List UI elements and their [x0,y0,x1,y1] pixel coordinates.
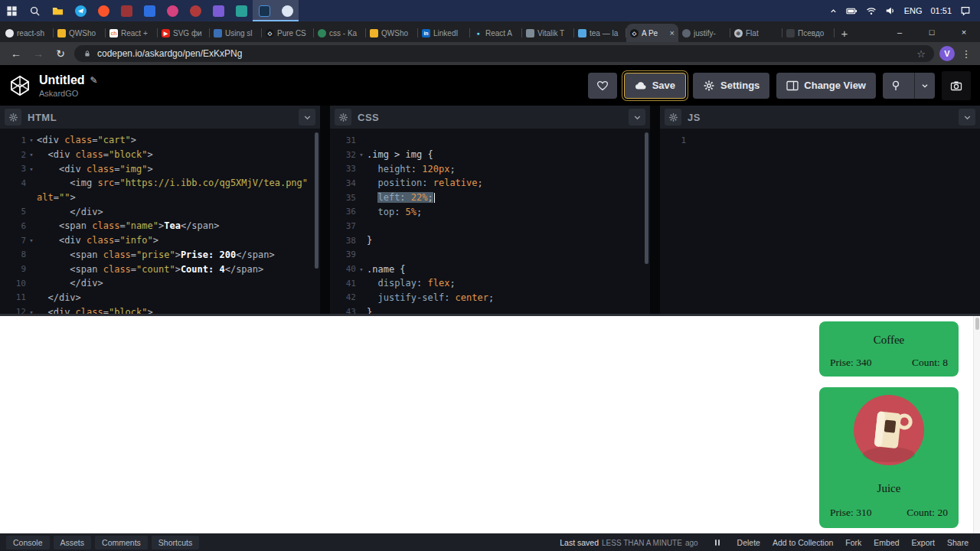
footer-button-console[interactable]: Console [6,536,50,549]
js-code-area[interactable]: 1 [660,129,980,314]
browser-tab-react-a[interactable]: ●React A [470,24,522,42]
code-fold-icon[interactable]: ▾ [26,236,37,244]
code-text: </div> [37,207,320,217]
browser-tab-vitalik-t[interactable]: Vitalik T [522,24,574,42]
battery-icon[interactable] [846,5,858,17]
app-icon-purple[interactable] [207,0,230,21]
browser-tab-svg-фи[interactable]: ▶SVG фи [158,24,210,42]
profile-avatar[interactable] [942,71,971,100]
footer-button-shortcuts[interactable]: Shortcuts [152,536,199,549]
pin-button[interactable] [883,73,909,99]
forward-button[interactable]: → [30,45,47,62]
line-number: 6 [0,221,26,231]
preview-scrollbar-thumb[interactable] [975,318,979,330]
clock[interactable]: 01:51 [930,6,952,15]
search-icon[interactable] [23,0,46,21]
browser-tab-using-sl[interactable]: Using sl [210,24,262,42]
maximize-button[interactable]: □ [916,21,948,42]
css-editor-settings-icon[interactable] [335,109,351,126]
codepen-logo[interactable] [9,75,31,96]
footer-action-add-to-collection[interactable]: Add to Collection [767,538,838,547]
code-fold-icon[interactable]: ▾ [26,151,37,158]
footer-action-embed[interactable]: Embed [868,538,904,547]
html-editor-settings-icon[interactable] [5,109,21,126]
js-editor-menu-icon[interactable] [959,109,975,126]
save-button[interactable]: Save [624,73,686,99]
app-icon-blue[interactable] [138,0,161,21]
code-fold-icon[interactable]: ▾ [26,165,37,173]
browser-tab-linkedi[interactable]: inLinkedI [418,24,470,42]
back-button[interactable]: ← [8,45,24,62]
css-editor-menu-icon[interactable] [629,109,645,126]
pen-author[interactable]: AskardGO [39,89,98,98]
code-line: 33 height: 120px; [330,161,650,176]
start-button[interactable] [0,0,23,21]
footer-action-delete[interactable]: Delete [732,538,766,547]
address-bar[interactable]: codepen.io/askardgo/pen/ExKxPNg ☆ [74,45,934,62]
new-tab-button[interactable]: + [835,24,854,42]
code-fold-icon[interactable]: ▾ [356,266,367,273]
browser-tab-pure-cs[interactable]: ◇Pure CS [262,24,314,42]
language-indicator[interactable]: ENG [904,6,923,15]
code-text: height: 120px; [367,164,650,174]
browser-tab-qwsho[interactable]: QWSho [54,24,106,42]
remote-desktop-icon[interactable] [253,0,276,21]
browser-tab-flat[interactable]: ⊕Flat [730,24,782,42]
html-editor-menu-icon[interactable] [299,109,315,126]
minimize-button[interactable]: – [884,21,916,42]
code-line: 1 [660,133,980,148]
network-icon[interactable] [866,5,877,16]
footer-action-fork[interactable]: Fork [840,538,867,547]
browser-tab-css-ka[interactable]: css - Ka [314,24,366,42]
save-status-time: LESS THAN A MINUTE [602,539,682,547]
browser-app-icon[interactable] [92,0,115,21]
preview-scrollbar[interactable] [973,316,980,533]
action-center-icon[interactable] [960,5,971,16]
footer-button-assets[interactable]: Assets [54,536,92,549]
browser-tab-justify[interactable]: justify- [678,24,730,42]
code-fold-icon[interactable]: ▾ [356,151,367,158]
tab-close-icon[interactable]: × [670,28,675,37]
footer-action-share[interactable]: Share [942,538,974,547]
change-view-button[interactable]: Change View [776,73,876,99]
browser-tab-псевдо[interactable]: Псевдо [782,24,835,42]
app-icon-magenta[interactable] [161,0,184,21]
volume-icon[interactable] [885,5,896,16]
like-button[interactable] [588,73,617,99]
css-editor-scrollbar[interactable] [645,132,648,264]
pin-dropdown-button[interactable] [914,73,935,99]
settings-button[interactable]: Settings [693,73,769,99]
browser-profile-avatar[interactable]: V [939,46,955,61]
code-text: <div class="block"> [37,149,320,160]
browser-tab-a-pe[interactable]: ◇A Pe× [626,24,678,42]
preview-cards: CoffeePrise: 340Count: 8JuicePrise: 310C… [0,316,980,533]
active-browser-icon[interactable] [276,0,299,21]
browser-tab-react-sh[interactable]: react-sh [2,24,54,42]
browser-tab-qwsho[interactable]: QWSho [366,24,418,42]
browser-menu-icon[interactable]: ⋮ [960,48,972,60]
telegram-icon[interactable] [69,0,92,21]
close-button[interactable]: × [948,21,980,42]
js-editor-settings-icon[interactable] [665,109,681,126]
file-explorer-icon[interactable] [46,0,69,21]
edit-title-icon[interactable]: ✎ [90,75,98,86]
gear-icon [703,80,715,92]
app-icon-maroon[interactable] [184,0,207,21]
code-text: left: 22%; [367,192,650,203]
footer-action-export[interactable]: Export [906,538,940,547]
ssl-lock-icon[interactable] [83,49,92,58]
bookmark-star-icon[interactable]: ☆ [916,48,926,60]
console-layout-icon[interactable] [713,538,722,547]
code-fold-icon[interactable]: ▾ [26,136,37,144]
footer-button-comments[interactable]: Comments [95,536,148,549]
browser-tab-react[interactable]: chReact + [106,24,158,42]
tray-expand-icon[interactable] [829,7,838,15]
css-code-area[interactable]: 3132▾.img > img {33 height: 120px;34 pos… [330,129,650,314]
app-icon-teal[interactable] [230,0,253,21]
html-editor-scrollbar[interactable] [315,132,318,269]
code-fold-icon[interactable]: ▾ [26,308,37,314]
mail-app-icon[interactable] [115,0,138,21]
browser-tab-tea-la[interactable]: tea — la [574,24,626,42]
reload-button[interactable]: ↻ [52,45,69,62]
html-code-area[interactable]: 1▾<div class="cart">2▾ <div class="block… [0,129,320,314]
